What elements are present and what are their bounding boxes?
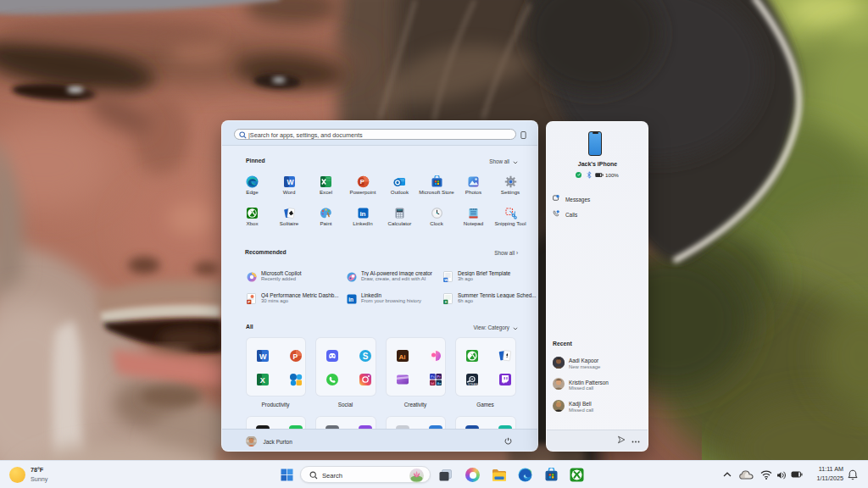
- svg-text:P: P: [248, 300, 251, 304]
- svg-text:in: in: [348, 297, 353, 302]
- svg-text:Ai: Ai: [398, 353, 405, 361]
- svg-text:W: W: [259, 352, 267, 361]
- svg-text:Pr: Pr: [437, 374, 441, 379]
- svg-text:Ps: Ps: [431, 374, 436, 379]
- svg-text:P: P: [292, 352, 298, 361]
- svg-text:W: W: [444, 278, 448, 282]
- svg-text:S: S: [363, 352, 369, 361]
- svg-text:in: in: [359, 210, 365, 218]
- svg-text:STEAM: STEAM: [468, 383, 478, 386]
- svg-text:X: X: [444, 300, 447, 304]
- svg-text:Id: Id: [431, 381, 434, 385]
- svg-text:X: X: [259, 376, 264, 385]
- svg-text:Ae: Ae: [437, 381, 442, 385]
- svg-text:P: P: [359, 178, 364, 186]
- svg-text:W: W: [287, 177, 294, 186]
